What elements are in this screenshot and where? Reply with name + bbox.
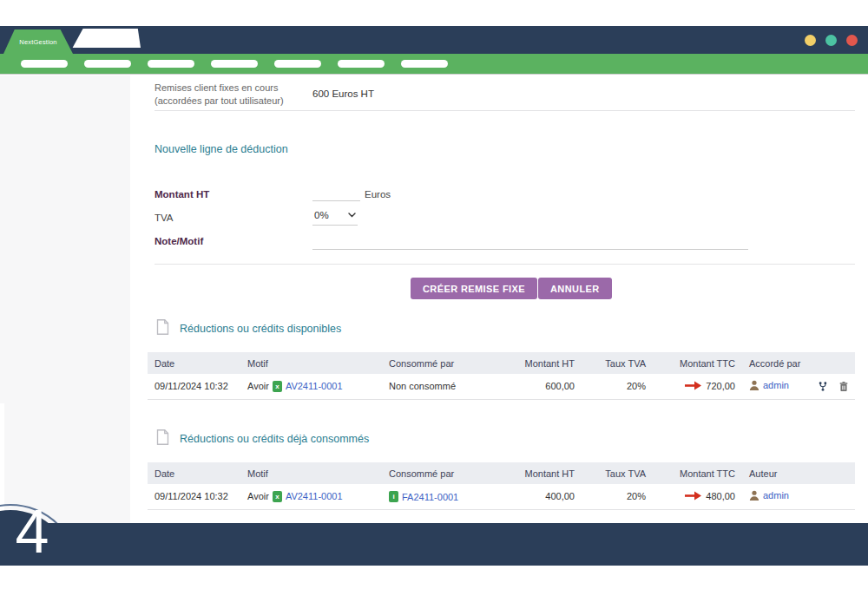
note-motif-input[interactable] — [312, 232, 748, 250]
nav-pill-3[interactable] — [148, 60, 194, 68]
fixed-discount-label: Remises client fixes en cours (accordées… — [155, 82, 284, 108]
motif-prefix: Avoir — [247, 491, 269, 501]
cell-motif: Avoir x AV2411-0001 — [240, 484, 382, 509]
nav-pill-7[interactable] — [401, 60, 448, 68]
montant-ht-label: Montant HT — [155, 189, 209, 200]
avoir-link[interactable]: AV2411-0001 — [286, 491, 343, 501]
spreadsheet-file-icon: i — [389, 491, 398, 502]
arrow-right-icon — [684, 491, 702, 501]
cell-montant-ht: 400,00 — [514, 484, 582, 509]
document-icon — [156, 429, 169, 445]
montant-ht-input[interactable] — [312, 184, 360, 201]
trash-icon[interactable] — [839, 380, 848, 393]
cell-actions — [812, 374, 855, 399]
col-header-montant-ht: Montant HT — [514, 462, 582, 484]
cell-actions — [812, 484, 855, 509]
cell-auteur: admin — [742, 484, 812, 509]
col-header-date: Date — [148, 462, 240, 484]
col-header-montant-ttc: Montant TTC — [653, 352, 742, 374]
window-dot-teal[interactable] — [825, 35, 837, 46]
cell-accorde-par: admin — [742, 374, 812, 399]
title-bar: NextGestion — [0, 26, 868, 54]
user-icon — [749, 490, 760, 501]
col-header-motif: Motif — [240, 352, 382, 374]
col-header-montant-ttc: Montant TTC — [653, 462, 742, 484]
cell-motif: Avoir x AV2411-0001 — [240, 374, 382, 399]
available-credits-table: Date Motif Consommé par Montant HT Taux … — [148, 352, 855, 400]
fixed-discount-value: 600 Euros HT — [312, 88, 374, 99]
consumed-credits-table: Date Motif Consommé par Montant HT Taux … — [148, 462, 855, 510]
arrow-right-icon — [684, 381, 702, 390]
montant-unit: Euros — [365, 189, 391, 200]
create-fixed-discount-button[interactable]: CRÉER REMISE FIXE — [411, 278, 537, 299]
app-tab[interactable]: NextGestion — [3, 29, 73, 54]
document-icon — [156, 319, 169, 335]
admin-user-link[interactable]: admin — [763, 380, 789, 390]
col-header-consomme: Consommé par — [382, 352, 514, 374]
nav-pill-1[interactable] — [21, 60, 68, 68]
user-icon — [749, 380, 760, 390]
code-branch-icon[interactable] — [819, 380, 827, 393]
facture-link[interactable]: FA2411-0001 — [402, 492, 458, 502]
table-row: 09/11/2024 10:32 Avoir x AV2411-0001 i F… — [148, 484, 855, 509]
col-header-montant-ht: Montant HT — [514, 352, 582, 374]
cell-montant-ttc: 480,00 — [653, 484, 742, 509]
footer-bar — [0, 523, 868, 566]
nav-pill-4[interactable] — [211, 60, 258, 68]
cell-montant-ht: 600,00 — [514, 374, 582, 399]
cell-date: 09/11/2024 10:32 — [148, 484, 240, 509]
table-row: 09/11/2024 10:32 Avoir x AV2411-0001 Non… — [148, 374, 855, 399]
col-header-date: Date — [148, 352, 240, 374]
window-controls — [805, 35, 858, 46]
col-header-actions — [812, 462, 855, 484]
step-number: 4 — [7, 501, 57, 562]
cell-consomme: Non consommé — [382, 374, 514, 399]
col-header-taux-tva: Taux TVA — [582, 352, 653, 374]
col-header-motif: Motif — [240, 462, 382, 484]
cell-taux-tva: 20% — [582, 484, 653, 509]
footer-spacer — [0, 566, 868, 589]
cell-montant-ttc: 720,00 — [653, 374, 742, 399]
new-deduction-title: Nouvelle ligne de déduction — [155, 143, 288, 155]
window-dot-yellow[interactable] — [805, 35, 816, 46]
motif-prefix: Avoir — [247, 381, 269, 391]
left-sidebar — [0, 75, 130, 523]
window-dot-red[interactable] — [846, 35, 858, 46]
col-header-auteur: Auteur — [742, 462, 812, 484]
divider — [155, 110, 855, 111]
tva-select[interactable]: 0% — [312, 207, 358, 226]
spreadsheet-file-icon: x — [273, 381, 282, 392]
table-header-row: Date Motif Consommé par Montant HT Taux … — [148, 462, 855, 484]
tva-select-value: 0% — [314, 210, 329, 220]
spreadsheet-file-icon: x — [273, 491, 282, 502]
available-credits-title: Réductions ou crédits disponibles — [180, 323, 341, 335]
consumed-credits-title: Réductions ou crédits déjà consommés — [180, 433, 369, 445]
chevron-down-icon — [348, 213, 356, 218]
cell-consomme: i FA2411-0001 — [382, 484, 514, 509]
tva-label: TVA — [155, 213, 174, 223]
col-header-consomme: Consommé par — [382, 462, 514, 484]
cell-date: 09/11/2024 10:32 — [148, 374, 240, 399]
cell-taux-tva: 20% — [582, 374, 653, 399]
app-tab-label: NextGestion — [19, 38, 56, 46]
col-header-accorde-par: Accordé par — [742, 352, 812, 374]
nav-pill-2[interactable] — [84, 60, 131, 68]
nav-pill-5[interactable] — [274, 60, 321, 68]
divider — [155, 264, 855, 265]
admin-user-link[interactable]: admin — [763, 490, 789, 501]
table-header-row: Date Motif Consommé par Montant HT Taux … — [148, 352, 855, 374]
avoir-link[interactable]: AV2411-0001 — [286, 381, 343, 391]
col-header-taux-tva: Taux TVA — [582, 462, 653, 484]
cancel-button[interactable]: ANNULER — [538, 278, 612, 299]
blank-tab[interactable] — [71, 29, 141, 48]
note-motif-label: Note/Motif — [155, 236, 203, 246]
nav-pill-6[interactable] — [338, 60, 385, 68]
col-header-actions — [812, 352, 855, 374]
main-navbar — [0, 54, 868, 75]
